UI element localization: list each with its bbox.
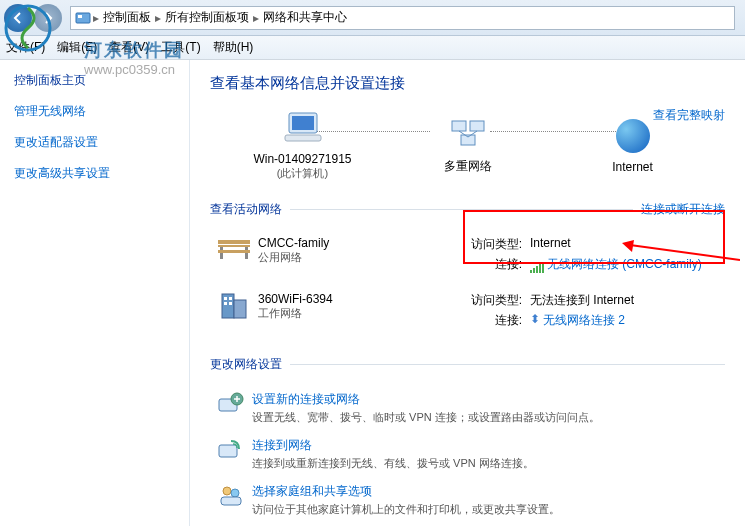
sidebar-link-sharing[interactable]: 更改高级共享设置 [14, 165, 175, 182]
setting-desc: 访问位于其他家庭计算机上的文件和打印机，或更改共享设置。 [252, 502, 560, 517]
breadcrumb-item[interactable]: 网络和共享中心 [263, 9, 347, 26]
network-type[interactable]: 工作网络 [258, 306, 458, 321]
breadcrumb[interactable]: ▸ 控制面板 ▸ 所有控制面板项 ▸ 网络和共享中心 [70, 6, 735, 30]
svg-rect-5 [452, 121, 466, 131]
multi-name: 多重网络 [403, 158, 533, 175]
network-map: 查看完整映射 Win-01409271915 (此计算机) 多重网络 Inter… [210, 107, 725, 185]
menu-help[interactable]: 帮助(H) [213, 39, 254, 56]
svg-rect-16 [234, 300, 246, 318]
connection-label: 连接: [458, 256, 522, 273]
setting-desc: 设置无线、宽带、拨号、临时或 VPN 连接；或设置路由器或访问问点。 [252, 410, 600, 425]
setting-desc: 连接到或重新连接到无线、有线、拨号或 VPN 网络连接。 [252, 456, 534, 471]
svg-rect-19 [224, 302, 227, 305]
setting-homegroup: 选择家庭组和共享选项 访问位于其他家庭计算机上的文件和打印机，或更改共享设置。 [210, 475, 725, 521]
menu-edit[interactable]: 编辑(E) [57, 39, 97, 56]
access-value: 无法连接到 Internet [530, 292, 634, 309]
net-node-pc[interactable]: Win-01409271915 (此计算机) [238, 111, 368, 181]
connection-label: 连接: [458, 312, 522, 329]
forward-button[interactable] [34, 4, 62, 32]
breadcrumb-item[interactable]: 控制面板 [103, 9, 151, 26]
access-value: Internet [530, 236, 571, 253]
sidebar-link-adapter[interactable]: 更改适配器设置 [14, 134, 175, 151]
network-name[interactable]: 360WiFi-6394 [258, 292, 458, 306]
chevron-right-icon: ▸ [155, 11, 161, 25]
main-panel: 查看基本网络信息并设置连接 查看完整映射 Win-01409271915 (此计… [190, 60, 745, 526]
adapter-icon: ⬍ [530, 312, 540, 329]
homegroup-icon [210, 483, 252, 517]
page-title: 查看基本网络信息并设置连接 [210, 74, 725, 93]
signal-icon [530, 256, 544, 273]
section-active-networks: 查看活动网络 连接或断开连接 [210, 201, 725, 218]
svg-rect-15 [222, 294, 234, 318]
access-label: 访问类型: [458, 292, 522, 309]
view-full-map-link[interactable]: 查看完整映射 [653, 107, 725, 124]
section-title: 查看活动网络 [210, 201, 282, 218]
sidebar-title: 控制面板主页 [14, 72, 175, 89]
svg-rect-23 [219, 445, 237, 457]
network-type[interactable]: 公用网络 [258, 250, 458, 265]
computer-icon [283, 111, 323, 145]
connection-link[interactable]: 无线网络连接 2 [543, 312, 625, 329]
svg-rect-14 [218, 250, 250, 253]
network-name[interactable]: CMCC-family [258, 236, 458, 250]
connect-icon [210, 437, 252, 471]
menu-tools[interactable]: 工具(T) [161, 39, 200, 56]
section-change-settings: 更改网络设置 [210, 356, 725, 373]
network-icon [448, 117, 488, 151]
sidebar: 控制面板主页 管理无线网络 更改适配器设置 更改高级共享设置 [0, 60, 190, 526]
control-panel-icon [75, 10, 91, 26]
chevron-right-icon: ▸ [93, 11, 99, 25]
menu-file[interactable]: 文件(F) [6, 39, 45, 56]
svg-rect-4 [285, 135, 321, 141]
bench-icon [210, 236, 258, 276]
setting-new-connection: 设置新的连接或网络 设置无线、宽带、拨号、临时或 VPN 连接；或设置路由器或访… [210, 383, 725, 429]
svg-rect-20 [229, 302, 232, 305]
svg-rect-3 [292, 116, 314, 130]
building-icon [210, 292, 258, 332]
net-node-internet[interactable]: Internet [568, 119, 698, 174]
svg-rect-11 [218, 245, 250, 247]
svg-rect-6 [470, 121, 484, 131]
network-row-cmcc: CMCC-family 公用网络 访问类型: Internet 连接: 无线网络… [210, 228, 725, 284]
breadcrumb-item[interactable]: 所有控制面板项 [165, 9, 249, 26]
setting-link[interactable]: 设置新的连接或网络 [252, 391, 600, 408]
new-connection-icon [210, 391, 252, 425]
section-title: 更改网络设置 [210, 356, 282, 373]
sidebar-link-wireless[interactable]: 管理无线网络 [14, 103, 175, 120]
pc-sub: (此计算机) [238, 166, 368, 181]
globe-icon [616, 119, 650, 153]
net-node-multi[interactable]: 多重网络 [403, 117, 533, 175]
connect-disconnect-link[interactable]: 连接或断开连接 [641, 201, 725, 218]
setting-link[interactable]: 选择家庭组和共享选项 [252, 483, 560, 500]
menu-bar: 文件(F) 编辑(E) 查看(V) 工具(T) 帮助(H) [0, 36, 745, 60]
svg-rect-18 [229, 297, 232, 300]
setting-link[interactable]: 连接到网络 [252, 437, 534, 454]
setting-connect: 连接到网络 连接到或重新连接到无线、有线、拨号或 VPN 网络连接。 [210, 429, 725, 475]
back-button[interactable] [4, 4, 32, 32]
address-bar: ▸ 控制面板 ▸ 所有控制面板项 ▸ 网络和共享中心 [0, 0, 745, 36]
menu-view[interactable]: 查看(V) [109, 39, 149, 56]
network-row-360wifi: 360WiFi-6394 工作网络 访问类型: 无法连接到 Internet 连… [210, 284, 725, 340]
access-label: 访问类型: [458, 236, 522, 253]
svg-rect-10 [218, 240, 250, 244]
pc-name: Win-01409271915 [238, 152, 368, 166]
svg-point-24 [223, 487, 231, 495]
svg-rect-26 [221, 497, 241, 505]
connection-link[interactable]: 无线网络连接 (CMCC-family) [547, 256, 702, 273]
chevron-right-icon: ▸ [253, 11, 259, 25]
internet-name: Internet [568, 160, 698, 174]
svg-rect-17 [224, 297, 227, 300]
svg-rect-1 [78, 15, 82, 18]
svg-point-25 [231, 489, 239, 497]
